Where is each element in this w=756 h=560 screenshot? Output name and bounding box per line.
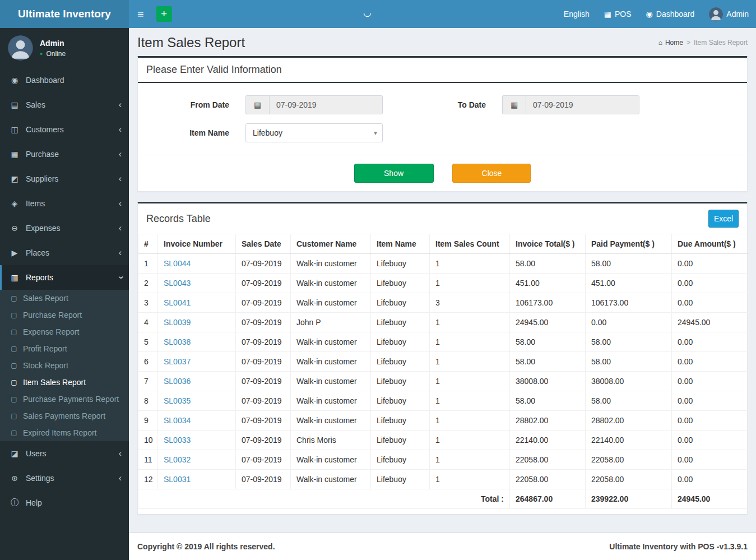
- sidebar-item-purchase-payments-report[interactable]: ▢ Purchase Payments Report: [0, 391, 129, 408]
- records-panel-header: Records Table Excel: [138, 203, 747, 234]
- sidebar-item-expenses[interactable]: ⊖ Expenses ‹: [0, 216, 129, 240]
- from-date-group: ▦: [245, 95, 383, 114]
- cell-index: 2: [138, 274, 158, 293]
- navbar-right-menu: English ▦ POS ◉ Dashboard Admin: [556, 0, 756, 28]
- excel-export-button[interactable]: Excel: [708, 210, 739, 228]
- main-content: Item Sales Report ⌂ Home > Item Sales Re…: [129, 28, 756, 533]
- filter-panel-title: Please Enter Valid Information: [146, 64, 282, 76]
- sidebar-user-panel: Admin ● Online: [0, 28, 129, 68]
- invoice-number-link[interactable]: SL0033: [158, 431, 236, 450]
- sidebar-item-purchase[interactable]: ▦ Purchase ‹: [0, 142, 129, 166]
- cell-index: 5: [138, 332, 158, 352]
- suppliers-icon: ◩: [8, 174, 21, 183]
- submenu-item-label: Stock Report: [23, 361, 68, 370]
- close-button[interactable]: Close: [452, 164, 531, 183]
- show-button[interactable]: Show: [354, 164, 434, 183]
- cell-index: 1: [138, 254, 158, 274]
- chevron-left-icon: ‹: [119, 100, 122, 109]
- cell-item-name: Lifebuoy: [371, 293, 430, 313]
- to-date-input[interactable]: [526, 95, 639, 114]
- sidebar-item-profit-report[interactable]: ▢ Profit Report: [0, 340, 129, 357]
- invoice-number-link[interactable]: SL0036: [158, 372, 236, 391]
- filter-panel-header: Please Enter Valid Information: [138, 58, 747, 83]
- invoice-number-link[interactable]: SL0032: [158, 450, 236, 470]
- cell-invoice-total: 106173.00: [510, 293, 586, 313]
- sidebar-item-item-sales-report[interactable]: ▢ Item Sales Report: [0, 374, 129, 391]
- user-menu[interactable]: Admin: [702, 0, 756, 28]
- cell-customer-name: Walk-in customer: [291, 372, 371, 391]
- cell-due-amount: 0.00: [672, 411, 749, 431]
- from-date-input[interactable]: [269, 95, 383, 114]
- chevron-left-icon: ‹: [119, 449, 122, 458]
- filter-actions: Show Close: [138, 155, 747, 191]
- cell-sales-date: 07-09-2019: [236, 450, 291, 470]
- plus-icon: +: [161, 8, 167, 20]
- cell-sales-date: 07-09-2019: [236, 313, 291, 332]
- language-menu[interactable]: English: [556, 0, 597, 28]
- cell-index: 11: [138, 450, 158, 470]
- brand-logo[interactable]: Ultimate Inventory: [0, 0, 129, 28]
- report-file-icon: ▢: [10, 362, 18, 369]
- sidebar-item-sales[interactable]: ▤ Sales ‹: [0, 92, 129, 117]
- sidebar-item-items[interactable]: ◈ Items ‹: [0, 191, 129, 216]
- sidebar-item-suppliers[interactable]: ◩ Suppliers ‹: [0, 166, 129, 191]
- cell-paid-payment: 38008.00: [586, 372, 672, 391]
- invoice-number-link[interactable]: SL0037: [158, 352, 236, 372]
- quick-add-button[interactable]: +: [156, 6, 172, 22]
- pos-link[interactable]: ▦ POS: [597, 0, 639, 28]
- table-row: 4 SL0039 07-09-2019 John P Lifebuoy 1 24…: [138, 313, 749, 332]
- report-file-icon: ▢: [10, 412, 18, 420]
- to-date-group: ▦: [502, 95, 639, 114]
- sidebar-item-settings[interactable]: ⊛ Settings ‹: [0, 466, 129, 490]
- help-icon: ⓘ: [8, 498, 21, 508]
- cell-sales-date: 07-09-2019: [236, 391, 291, 411]
- breadcrumb-home-link[interactable]: ⌂ Home: [658, 39, 683, 47]
- sidebar-item-label: Help: [26, 498, 42, 507]
- dashboard-link[interactable]: ◉ Dashboard: [639, 0, 702, 28]
- invoice-number-link[interactable]: SL0031: [158, 470, 236, 489]
- cell-index: 10: [138, 431, 158, 450]
- sidebar-item-dashboard[interactable]: ◉ Dashboard: [0, 68, 129, 92]
- col-customer-name: Customer Name: [291, 234, 371, 254]
- cell-item-name: Lifebuoy: [371, 391, 430, 411]
- col-sales-date: Sales Date: [236, 234, 291, 254]
- item-name-label: Item Name: [138, 128, 245, 137]
- cell-invoice-total: 22058.00: [510, 450, 586, 470]
- invoice-number-link[interactable]: SL0035: [158, 391, 236, 411]
- item-name-select[interactable]: Lifebuoy ▾: [245, 123, 383, 142]
- sidebar-item-sales-report[interactable]: ▢ Sales Report: [0, 290, 129, 307]
- sidebar-item-expired-items-report[interactable]: ▢ Expired Items Report: [0, 424, 129, 441]
- sidebar-item-stock-report[interactable]: ▢ Stock Report: [0, 357, 129, 374]
- invoice-number-link[interactable]: SL0041: [158, 293, 236, 313]
- sidebar-toggle-button[interactable]: ≡: [129, 0, 152, 28]
- cell-invoice-total: 22140.00: [510, 431, 586, 450]
- calendar-icon: ▦: [245, 95, 269, 114]
- sidebar-user-status[interactable]: ● Online: [40, 50, 66, 58]
- cell-item-name: Lifebuoy: [371, 352, 430, 372]
- sidebar-item-customers[interactable]: ◫ Customers ‹: [0, 117, 129, 142]
- sidebar-item-users[interactable]: ◪ Users ‹: [0, 441, 129, 466]
- sidebar-item-purchase-report[interactable]: ▢ Purchase Report: [0, 307, 129, 323]
- sidebar-item-label: Purchase: [26, 150, 59, 159]
- sidebar-item-places[interactable]: ▶ Places ‹: [0, 240, 129, 265]
- cell-paid-payment: 22058.00: [586, 470, 672, 489]
- invoice-number-link[interactable]: SL0043: [158, 274, 236, 293]
- cell-item-name: Lifebuoy: [371, 313, 430, 332]
- sidebar-item-sales-payments-report[interactable]: ▢ Sales Payments Report: [0, 408, 129, 424]
- invoice-number-link[interactable]: SL0034: [158, 411, 236, 431]
- cell-due-amount: 0.00: [672, 431, 749, 450]
- submenu-item-label: Item Sales Report: [23, 378, 86, 387]
- col-item-sales-count: Item Sales Count: [430, 234, 510, 254]
- sidebar-item-help[interactable]: ⓘ Help: [0, 490, 129, 515]
- invoice-number-link[interactable]: SL0039: [158, 313, 236, 332]
- cell-invoice-total: 58.00: [510, 391, 586, 411]
- avatar: [8, 35, 33, 61]
- sidebar-item-reports[interactable]: ▥ Reports ‹: [0, 265, 129, 290]
- invoice-number-link[interactable]: SL0044: [158, 254, 236, 274]
- cell-sales-date: 07-09-2019: [236, 431, 291, 450]
- cell-customer-name: Walk-in customer: [291, 293, 371, 313]
- cell-due-amount: 0.00: [672, 332, 749, 352]
- sidebar-item-expense-report[interactable]: ▢ Expense Report: [0, 323, 129, 340]
- invoice-number-link[interactable]: SL0038: [158, 332, 236, 352]
- sidebar-item-label: Items: [26, 199, 45, 208]
